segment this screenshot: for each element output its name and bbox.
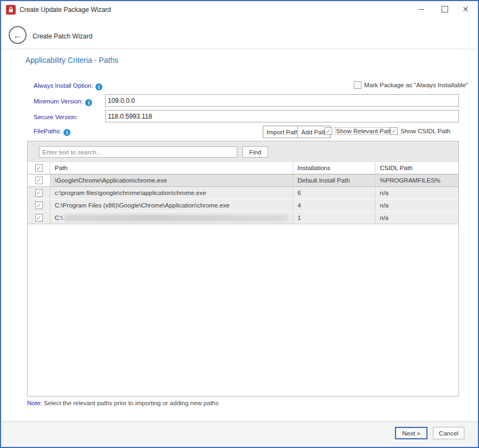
header-divider [1,49,478,49]
csidl-cell: n/a [376,199,458,211]
column-header-path[interactable]: Path [50,162,293,174]
paths-table: ✓ Path Installations CSIDL Path ✓ \Googl… [28,162,458,224]
page-title: Applicability Criteria - Paths [25,56,118,64]
csidl-cell: n/a [376,187,458,199]
installations-cell: 1 [293,212,376,224]
path-prefix: C:\ [55,215,63,221]
table-row[interactable]: ✓ \Google\Chrome\Application\chrome.exe … [28,174,458,187]
column-header-csidl[interactable]: CSIDL Path [376,162,458,174]
always-installable-checkbox-label: Mark Package as "Always Installable" [364,82,468,88]
installations-cell: Default Install Path [293,174,376,186]
table-row[interactable]: ✓ C:\ 1 n/a [28,212,458,224]
always-install-label: Always Install Option:i [34,82,102,90]
show-csidl-path-label: Show CSIDL Path [400,128,450,134]
cancel-button[interactable]: Cancel [433,427,464,439]
note-prefix: Note: [27,400,42,406]
show-relevant-paths-checkbox-row: ✓ Show Relevant Paths [325,127,397,135]
next-button[interactable]: Next > [395,427,428,439]
row-checkbox-cell: ✓ [28,212,50,224]
search-input[interactable] [39,146,237,158]
info-icon[interactable]: i [85,99,92,106]
filepaths-groupbox: Find ✓ Path Installations CSIDL Path ✓ \… [27,141,459,397]
find-button[interactable]: Find [242,146,268,158]
always-installable-checkbox-row: Mark Package as "Always Installable" [354,81,468,89]
close-icon: ✕ [462,5,469,14]
wizard-name-label: Create Patch Wizard [33,33,93,40]
row-checkbox[interactable]: ✓ [35,202,43,209]
csidl-cell: n/a [376,212,458,224]
row-checkbox[interactable]: ✓ [35,189,43,197]
search-strip: Find [28,141,458,162]
secure-version-label: Secure Version: [34,114,77,120]
show-relevant-paths-label: Show Relevant Paths [335,127,397,135]
back-arrow-icon: ← [13,30,23,40]
row-checkbox-cell: ✓ [28,174,50,186]
header-checkbox-cell: ✓ [28,162,50,174]
path-cell: C:\ [50,212,293,224]
installations-cell: 4 [293,199,376,211]
select-all-checkbox[interactable]: ✓ [35,164,43,172]
secure-version-input[interactable] [105,110,459,122]
show-relevant-paths-checkbox[interactable]: ✓ [325,127,332,135]
lock-icon [8,7,14,13]
maximize-icon [442,6,448,12]
table-row[interactable]: ✓ C:\Program Files (x86)\Google\Chrome\A… [28,199,458,212]
row-checkbox-cell: ✓ [28,187,50,199]
column-header-installations[interactable]: Installations [293,162,376,174]
always-install-label-text: Always Install Option: [34,82,93,89]
wizard-window: Create Update Package Wizard ✕ ← Create … [0,0,479,448]
redacted-path-blur [64,215,288,222]
show-csidl-path-checkbox[interactable]: ✓ [390,127,398,135]
info-icon[interactable]: i [95,83,102,90]
minimize-button[interactable] [412,1,430,17]
note-body: Select the relevant paths prior to impor… [42,400,219,406]
close-button[interactable]: ✕ [456,1,475,17]
window-title: Create Update Package Wizard [20,6,111,14]
filepaths-label-text: FilePaths: [34,128,61,134]
minimum-version-label: Minimum Version:i [34,98,92,106]
row-checkbox[interactable]: ✓ [35,177,43,184]
table-header-row: ✓ Path Installations CSIDL Path [28,162,458,174]
info-icon[interactable]: i [63,129,70,136]
show-csidl-path-checkbox-row: ✓ Show CSIDL Path [390,127,450,135]
back-button[interactable]: ← [9,26,27,44]
maximize-button[interactable] [436,1,454,17]
title-bar: Create Update Package Wizard ✕ [1,1,478,18]
note-text: Note: Select the relevant paths prior to… [27,400,219,406]
row-checkbox[interactable]: ✓ [35,214,43,222]
minimize-icon [418,9,424,10]
minimum-version-label-text: Minimum Version: [34,98,83,105]
csidl-cell: %PROGRAMFILES% [376,174,458,186]
table-row[interactable]: ✓ c:\program files\google\chrome\applica… [28,187,458,199]
path-cell: \Google\Chrome\Application\chrome.exe [50,174,293,186]
installations-cell: 6 [293,187,376,199]
path-cell: C:\Program Files (x86)\Google\Chrome\App… [50,199,293,211]
app-lock-icon [6,5,16,15]
always-installable-checkbox[interactable] [354,81,361,89]
minimum-version-input[interactable] [105,94,459,107]
row-checkbox-cell: ✓ [28,199,50,211]
filepaths-label: FilePaths:i [34,128,70,136]
path-cell: c:\program files\google\chrome\applicati… [50,187,293,199]
